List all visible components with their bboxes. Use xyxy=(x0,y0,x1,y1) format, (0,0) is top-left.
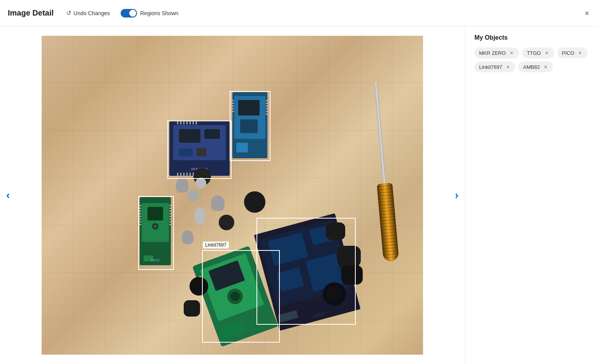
svg-rect-28 xyxy=(140,224,141,225)
undo-icon: ↺ xyxy=(66,9,71,17)
tag-mkrzero: MKR ZERO × xyxy=(474,47,519,58)
plastic-5 xyxy=(195,207,205,224)
pico-board: PICO xyxy=(140,197,171,265)
toggle-area: Regions Shown xyxy=(121,9,178,18)
svg-rect-23 xyxy=(140,210,141,212)
svg-rect-71 xyxy=(180,173,181,176)
svg-rect-59 xyxy=(179,129,200,143)
header: Image Detail ↺ Undo Changes Regions Show… xyxy=(0,0,597,26)
svg-rect-72 xyxy=(183,173,184,176)
undo-label: Undo Changes xyxy=(74,10,110,16)
knob-8 xyxy=(341,265,363,285)
remove-pico-button[interactable]: × xyxy=(577,49,584,56)
plastic-3 xyxy=(188,189,199,202)
svg-rect-67 xyxy=(190,121,191,124)
tag-label-mkrzero: MKR ZERO xyxy=(479,50,506,56)
svg-rect-11 xyxy=(266,103,267,104)
remove-linkit7697-button[interactable]: × xyxy=(504,63,511,70)
tag-label-pico: PICO xyxy=(562,50,574,56)
undo-button[interactable]: ↺ Undo Changes xyxy=(63,8,113,18)
image-area: ‹ xyxy=(0,26,465,364)
svg-rect-22 xyxy=(140,208,141,209)
close-button[interactable]: × xyxy=(585,9,589,17)
sidebar: My Objects MKR ZERO × TTGO × PICO × Link… xyxy=(465,26,597,364)
svg-rect-9 xyxy=(232,111,234,112)
screwdriver-shaft xyxy=(374,83,386,192)
main-content: ‹ xyxy=(0,26,597,364)
image-container: PICO xyxy=(42,36,423,355)
svg-rect-25 xyxy=(140,216,141,217)
svg-text:PICO: PICO xyxy=(151,258,160,262)
toggle-knob xyxy=(129,10,136,17)
svg-rect-3 xyxy=(240,119,258,133)
svg-rect-13 xyxy=(266,108,267,109)
svg-rect-73 xyxy=(186,173,188,176)
regions-toggle[interactable] xyxy=(121,9,137,18)
svg-rect-35 xyxy=(169,221,171,222)
svg-rect-68 xyxy=(193,121,194,124)
svg-rect-18 xyxy=(147,207,163,220)
svg-rect-61 xyxy=(179,149,193,156)
svg-rect-14 xyxy=(266,111,267,112)
tags-container: MKR ZERO × TTGO × PICO × Linkit7697 × AM… xyxy=(474,47,588,72)
ttgo-board xyxy=(232,92,267,158)
svg-rect-70 xyxy=(177,173,178,176)
page-title: Image Detail xyxy=(8,9,54,18)
svg-rect-60 xyxy=(204,129,220,139)
svg-rect-36 xyxy=(169,224,171,225)
svg-rect-8 xyxy=(232,108,234,109)
knob-3 xyxy=(219,215,234,230)
svg-rect-10 xyxy=(266,100,267,101)
svg-rect-64 xyxy=(180,121,181,124)
knob-7 xyxy=(184,300,200,317)
svg-rect-12 xyxy=(266,105,267,107)
toggle-label: Regions Shown xyxy=(140,10,178,16)
remove-amb82-button[interactable]: × xyxy=(542,63,549,70)
svg-rect-24 xyxy=(140,213,141,214)
svg-rect-4 xyxy=(236,143,248,152)
tag-label-amb82: AMB82 xyxy=(523,64,540,70)
svg-rect-2 xyxy=(238,100,260,116)
sidebar-title: My Objects xyxy=(474,34,588,41)
svg-rect-34 xyxy=(169,219,171,220)
svg-rect-15 xyxy=(266,114,267,115)
tag-label-linkit7697: Linkit7697 xyxy=(479,64,502,70)
svg-rect-31 xyxy=(169,210,171,212)
svg-rect-69 xyxy=(196,121,197,124)
svg-rect-29 xyxy=(169,205,171,206)
svg-rect-30 xyxy=(169,208,171,209)
tag-label-ttgo: TTGO xyxy=(527,50,541,56)
tag-ttgo: TTGO × xyxy=(522,47,554,58)
plastic-1 xyxy=(176,178,188,192)
svg-rect-66 xyxy=(186,121,188,124)
plastic-2 xyxy=(195,178,206,189)
svg-rect-74 xyxy=(190,173,191,176)
svg-rect-26 xyxy=(140,219,141,220)
tag-linkit7697: Linkit7697 × xyxy=(474,61,515,72)
knob-4 xyxy=(326,222,345,240)
svg-rect-32 xyxy=(169,213,171,214)
svg-rect-21 xyxy=(140,205,141,206)
tag-pico: PICO × xyxy=(557,47,588,58)
knob-2 xyxy=(244,191,265,213)
svg-rect-7 xyxy=(232,105,234,107)
svg-rect-6 xyxy=(232,103,234,104)
svg-rect-63 xyxy=(177,121,178,124)
svg-rect-33 xyxy=(169,216,171,217)
plastic-6 xyxy=(182,230,193,244)
svg-point-20 xyxy=(154,225,157,228)
next-button[interactable]: › xyxy=(452,186,462,205)
mkrzero-board: MKR ZERO xyxy=(169,121,230,176)
plastic-4 xyxy=(211,195,225,211)
knob-5 xyxy=(337,246,361,267)
prev-button[interactable]: ‹ xyxy=(3,186,13,205)
svg-rect-27 xyxy=(140,221,141,222)
knob-6 xyxy=(190,277,208,296)
remove-mkrzero-button[interactable]: × xyxy=(508,49,515,56)
svg-rect-65 xyxy=(183,121,184,124)
svg-rect-62 xyxy=(197,148,206,156)
svg-rect-5 xyxy=(232,100,234,101)
remove-ttgo-button[interactable]: × xyxy=(543,49,550,56)
tag-amb82: AMB82 × xyxy=(518,61,553,72)
